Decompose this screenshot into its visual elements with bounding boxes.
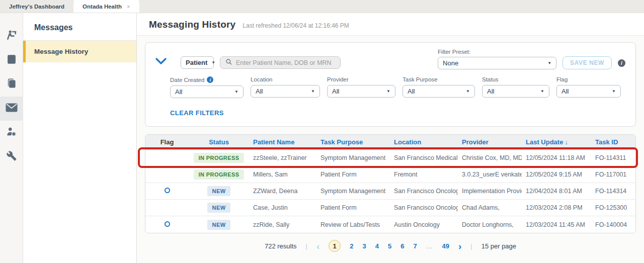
caret-down-icon: ▼ <box>612 89 616 94</box>
close-icon[interactable]: × <box>127 4 130 10</box>
separator: | <box>306 242 307 250</box>
search-category-value: Patient <box>186 59 207 66</box>
status-badge: NEW <box>207 220 231 230</box>
date-created-select[interactable]: All ▼ <box>170 85 244 98</box>
table-row[interactable]: IN PROGRESS Millers, Sam Patient Form Fr… <box>145 166 635 183</box>
location-cell: San Francisco Oncology <box>390 188 458 195</box>
flag-circle-icon[interactable] <box>165 188 170 193</box>
column-header-patient-name[interactable]: Patient Name <box>249 138 316 146</box>
page-number[interactable]: 3 <box>362 242 366 250</box>
clear-filters-link[interactable]: CLEAR FILTERS <box>170 109 224 117</box>
sidebar-item-forms[interactable] <box>0 72 23 97</box>
column-header-task-purpose[interactable]: Task Purpose <box>316 138 390 146</box>
task-purpose-cell: Symptom Management <box>316 188 390 195</box>
messages-table: Flag Status Patient Name Task Purpose Lo… <box>145 134 636 233</box>
filter-field-label: Task Purpose <box>403 76 475 82</box>
page-number[interactable]: 4 <box>375 242 379 250</box>
location-select[interactable]: All ▼ <box>251 85 320 98</box>
task-purpose-cell: Review of Labs/Tests <box>316 221 390 228</box>
filter-preset-select[interactable]: None ▼ <box>438 57 556 69</box>
table-row[interactable]: NEW ZZWard, Deena Symptom Management San… <box>145 183 635 200</box>
next-page-icon[interactable]: › <box>458 241 461 251</box>
messages-nav-panel: Messages Message History <box>23 13 137 263</box>
tab-ontada-health[interactable]: Ontada Health × <box>73 0 139 13</box>
caret-down-icon: ▼ <box>386 89 390 94</box>
task-id-cell: FO-140004 <box>591 221 635 228</box>
page-number[interactable]: 6 <box>400 242 404 250</box>
provider-select[interactable]: All ▼ <box>327 85 395 98</box>
save-new-button[interactable]: SAVE NEW <box>562 56 612 69</box>
provider-cell: 3.0.23_userE venkates... <box>458 171 522 178</box>
reception-icon <box>6 30 17 43</box>
caret-down-icon: ▼ <box>540 89 544 94</box>
column-header-flag[interactable]: Flag <box>145 138 189 146</box>
icon-rail <box>0 13 23 263</box>
patient-search-box[interactable] <box>220 56 341 69</box>
column-header-task-id[interactable]: Task ID <box>591 138 635 146</box>
table-row[interactable]: NEW Case, Justin Patient Form San Franci… <box>145 200 635 216</box>
date-created-info-icon[interactable]: i <box>207 76 213 83</box>
page-number-current[interactable]: 1 <box>329 240 341 252</box>
tab-jeffreys-dashboard[interactable]: Jeffrey's Dashboard <box>0 0 73 13</box>
provider-cell: Chad Adams, <box>458 204 522 211</box>
collapse-filters-button[interactable] <box>153 55 169 68</box>
table-row[interactable]: NEW zzRide, Sally Review of Labs/Tests A… <box>145 216 635 233</box>
status-badge: IN PROGRESS <box>194 169 245 180</box>
flag-select[interactable]: All ▼ <box>556 85 621 98</box>
filter-preset-label: Filter Preset: <box>438 49 556 55</box>
filter-field-label: Status <box>482 76 549 82</box>
column-header-last-update[interactable]: Last Update↓ <box>522 138 591 146</box>
search-input[interactable] <box>236 59 335 66</box>
page-number[interactable]: 5 <box>388 242 391 250</box>
nav-item-label: Message History <box>34 48 88 55</box>
page-header: Messaging History Last refreshed 12/06/2… <box>137 13 644 36</box>
task-id-cell: FO-114311 <box>591 154 635 161</box>
sidebar-item-documents[interactable] <box>0 48 23 72</box>
page-number[interactable]: 2 <box>350 242 353 250</box>
filter-panel: Patient ▼ Filter Preset: None <box>145 42 636 127</box>
flag-circle-icon[interactable] <box>165 221 170 227</box>
per-page-label[interactable]: 15 per page <box>481 242 516 250</box>
sidebar-item-messages[interactable] <box>0 97 23 121</box>
last-update-cell: 12/05/2024 11:18 AM <box>522 154 591 161</box>
prev-page-icon[interactable]: ‹ <box>316 241 319 251</box>
provider-cell: Implementation Provid... <box>458 188 522 195</box>
location-cell: San Francisco Medical ... <box>390 154 458 161</box>
caret-down-icon: ▼ <box>234 90 238 94</box>
status-select[interactable]: All ▼ <box>482 85 549 98</box>
mail-icon <box>6 103 18 114</box>
pagination-bar: 722 results | ‹ 1 2 3 4 5 6 7 ... 49 › |… <box>145 240 636 252</box>
task-id-cell: FO-125300 <box>591 204 635 211</box>
chevron-down-icon <box>155 57 167 66</box>
search-category-select[interactable]: Patient ▼ <box>181 56 214 69</box>
filter-field-label: Flag <box>556 76 621 82</box>
patient-name-cell: Case, Justin <box>249 204 316 211</box>
filter-field-label: Location <box>251 76 320 82</box>
select-value: All <box>561 87 569 95</box>
table-row[interactable]: IN PROGRESS zzSteele, zzTrainer Symptom … <box>145 150 635 166</box>
caret-down-icon: ▼ <box>311 89 315 94</box>
column-header-location[interactable]: Location <box>390 138 458 146</box>
select-value: All <box>408 87 415 95</box>
page-number-last[interactable]: 49 <box>442 242 449 250</box>
last-refreshed-text: Last refreshed 12/06/24 at 12:16:46 PM <box>243 22 349 29</box>
last-update-cell: 12/04/2024 8:01 AM <box>522 188 591 195</box>
task-purpose-cell: Symptom Management <box>316 154 390 161</box>
flag-cell[interactable] <box>145 221 189 228</box>
location-cell: Fremont <box>390 171 458 178</box>
provider-cell: Doctor Longhorns, <box>458 221 522 228</box>
select-value: All <box>332 87 339 95</box>
column-header-status[interactable]: Status <box>189 138 249 146</box>
task-purpose-select[interactable]: All ▼ <box>403 85 475 98</box>
filter-field-label: Date Created <box>170 77 204 83</box>
flag-cell[interactable] <box>145 188 189 195</box>
provider-cell: Christie Cox, MD, MD <box>458 154 522 161</box>
sidebar-item-user-admin[interactable] <box>0 121 23 145</box>
nav-item-message-history[interactable]: Message History <box>23 41 136 62</box>
column-header-provider[interactable]: Provider <box>458 138 522 146</box>
sidebar-item-reception[interactable] <box>0 24 23 48</box>
sidebar-item-tools[interactable] <box>0 145 23 169</box>
page-number[interactable]: 7 <box>413 242 417 250</box>
save-new-info-icon[interactable]: i <box>618 59 625 67</box>
document-icon <box>7 54 17 66</box>
